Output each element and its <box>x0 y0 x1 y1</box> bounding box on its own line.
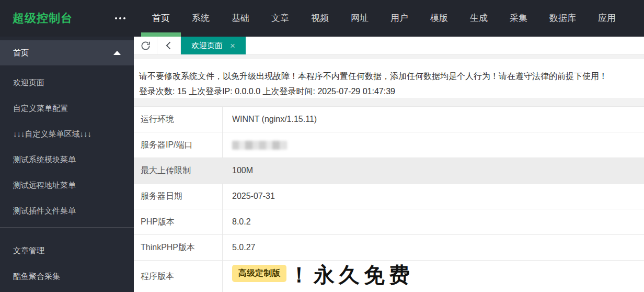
sidebar-item-test-system[interactable]: 测试系统模块菜单 <box>0 147 134 172</box>
sidebar-item-welcome[interactable]: 欢迎页面 <box>0 70 134 95</box>
row-value <box>223 132 644 158</box>
sidebar-item-test-remote[interactable]: 测试远程地址菜单 <box>0 172 134 198</box>
sidebar-sections: 文章管理 酷鱼聚合采集 <box>0 228 134 289</box>
tab-close-icon[interactable]: × <box>230 41 235 50</box>
more-ellipsis-icon[interactable] <box>113 14 128 23</box>
nav-item-collect[interactable]: 采集 <box>499 0 538 37</box>
row-label: 服务器IP/端口 <box>134 132 223 158</box>
sidebar-group-kuyu-collect[interactable]: 酷鱼聚合采集 <box>0 263 134 289</box>
version-badge: 高级定制版 <box>232 265 286 282</box>
nav-item-system[interactable]: 系统 <box>181 0 221 37</box>
row-label: 最大上传限制 <box>134 158 223 183</box>
tab-bar: 欢迎页面 × <box>134 37 644 55</box>
row-label: 运行环境 <box>134 107 223 132</box>
nav-item-basic[interactable]: 基础 <box>221 0 260 37</box>
nav-item-database[interactable]: 数据库 <box>538 0 587 37</box>
row-value: 5.0.27 <box>223 235 644 260</box>
system-info-table: 运行环境 WINNT (nginx/1.15.11) 服务器IP/端口 最大上传… <box>134 106 644 292</box>
sidebar: 首页 欢迎页面 自定义菜单配置 ↓↓↓自定义菜单区域↓↓↓ 测试系统模块菜单 测… <box>0 37 134 292</box>
chevron-left-icon <box>164 40 174 51</box>
nav-item-website[interactable]: 网址 <box>340 0 380 37</box>
refresh-button[interactable] <box>134 37 157 54</box>
table-row-program-version: 程序版本 高级定制版 ！永久免费 <box>134 261 644 292</box>
tab-welcome-page[interactable]: 欢迎页面 × <box>181 37 246 54</box>
version-big-text: ！永久免费 <box>289 263 414 286</box>
tab-label: 欢迎页面 <box>191 41 223 51</box>
table-row-server-ip: 服务器IP/端口 <box>134 132 644 158</box>
top-navbar: 超级控制台 首页 系统 基础 文章 视频 网址 用户 模版 生成 采集 数据库 … <box>0 0 644 37</box>
nav-item-template[interactable]: 模版 <box>419 0 459 37</box>
nav-item-home[interactable]: 首页 <box>141 0 181 37</box>
logo-area: 超级控制台 <box>0 0 134 37</box>
masked-ip-value <box>232 141 287 150</box>
row-label: ThinkPHP版本 <box>134 235 223 260</box>
app-logo: 超级控制台 <box>13 10 73 26</box>
row-label: PHP版本 <box>134 209 223 234</box>
row-value: 8.0.2 <box>223 209 644 234</box>
sidebar-group-article-manage[interactable]: 文章管理 <box>0 238 134 263</box>
sidebar-group-label: 首页 <box>13 48 29 58</box>
notice-line1: 请不要修改系统文件，以免升级出现故障！本程序不内置任何数据，添加任何数据均是个人… <box>139 69 639 84</box>
table-row-upload-limit: 最大上传限制 100M <box>134 158 644 184</box>
chevron-up-icon <box>113 51 121 55</box>
nav-item-app[interactable]: 应用 <box>587 0 627 37</box>
refresh-icon <box>140 40 152 52</box>
table-row-php-version: PHP版本 8.0.2 <box>134 209 644 235</box>
sidebar-menu: 欢迎页面 自定义菜单配置 ↓↓↓自定义菜单区域↓↓↓ 测试系统模块菜单 测试远程… <box>0 65 134 228</box>
row-label: 服务器日期 <box>134 184 223 209</box>
row-value: WINNT (nginx/1.15.11) <box>223 107 644 132</box>
table-row-env: 运行环境 WINNT (nginx/1.15.11) <box>134 107 644 132</box>
sidebar-item-test-plugin[interactable]: 测试插件文件菜单 <box>0 198 134 223</box>
nav-item-video[interactable]: 视频 <box>300 0 340 37</box>
sidebar-group-home[interactable]: 首页 <box>0 40 134 65</box>
main-content: 欢迎页面 × 请不要修改系统文件，以免升级出现故障！本程序不内置任何数据，添加任… <box>134 37 644 292</box>
back-button[interactable] <box>157 37 181 54</box>
row-value: 2025-07-31 <box>223 184 644 209</box>
notice-line2: 登录次数: 15 上次登录IP: 0.0.0.0 上次登录时间: 2025-07… <box>139 84 639 98</box>
nav-item-article[interactable]: 文章 <box>260 0 300 37</box>
row-value: 高级定制版 ！永久免费 <box>223 261 644 292</box>
row-label: 程序版本 <box>134 261 223 292</box>
nav-item-user[interactable]: 用户 <box>380 0 419 37</box>
table-row-server-date: 服务器日期 2025-07-31 <box>134 184 644 209</box>
sidebar-item-custom-area[interactable]: ↓↓↓自定义菜单区域↓↓↓ <box>0 121 134 147</box>
top-nav: 首页 系统 基础 文章 视频 网址 用户 模版 生成 采集 数据库 应用 <box>141 0 627 37</box>
sidebar-item-custom-menu[interactable]: 自定义菜单配置 <box>0 95 134 121</box>
system-notice: 请不要修改系统文件，以免升级出现故障！本程序不内置任何数据，添加任何数据均是个人… <box>134 59 644 98</box>
table-row-thinkphp-version: ThinkPHP版本 5.0.27 <box>134 235 644 261</box>
row-value: 100M <box>223 158 644 183</box>
nav-item-generate[interactable]: 生成 <box>459 0 499 37</box>
